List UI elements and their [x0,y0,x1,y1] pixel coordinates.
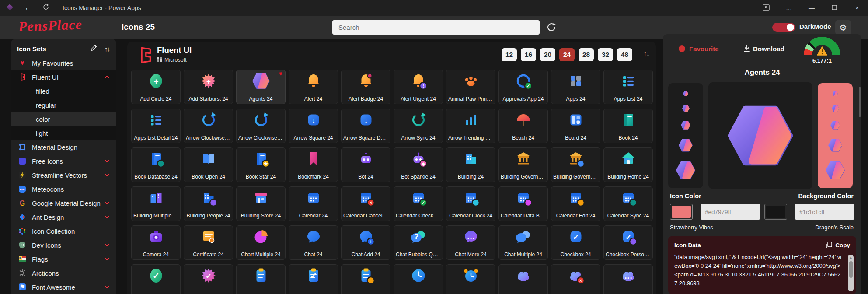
icon-tile-arrow-square-dow-[interactable]: ↓Arrow Square Dow... [341,108,390,143]
icon-tile-board-24[interactable]: Board 24 [551,108,600,143]
edit-sets-icon[interactable] [90,44,98,53]
preview-strip-dark[interactable] [668,83,703,188]
sidebar-item-meteocons[interactable]: amMeteocons [11,182,116,196]
size-button-24[interactable]: 24 [559,48,575,61]
favourite-button[interactable]: Favourite [689,45,719,52]
icon-tile-row6-52[interactable] [236,264,286,294]
icon-tile-certificate-24[interactable]: Certificate 24 [184,225,233,260]
maximize-button[interactable] [830,4,839,11]
sidebar-item-light[interactable]: light [11,126,116,140]
size-button-32[interactable]: 32 [598,48,613,61]
sidebar-item-font-awesome[interactable]: Font Awesome [11,280,116,294]
icon-tile-chart-multiple-24[interactable]: Chart Multiple 24 [236,225,286,260]
icon-tile-row6-55[interactable] [394,264,443,294]
icon-tile-arrow-sync-24[interactable]: Arrow Sync 24 [394,108,443,143]
icon-tile-calendar-data-bar-[interactable]: Calendar Data Bar ... [498,186,548,221]
minimize-button[interactable]: — [807,4,816,11]
sidebar-item-arcticons[interactable]: Arcticons [11,266,116,280]
scroll-thumb[interactable] [849,261,853,278]
icon-tile-alert-urgent-24[interactable]: !Alert Urgent 24 [394,70,443,104]
darkmode-toggle[interactable] [772,23,795,32]
icon-color-input[interactable] [701,204,760,220]
sidebar-item-material-design[interactable]: Material Design [11,140,116,154]
sort-sets-icon[interactable]: ↑↓ [105,45,109,52]
sidebar-item-streamline-vectors[interactable]: Streamline Vectors [11,168,116,182]
sidebar-item-filled[interactable]: filled [11,84,116,98]
icon-tile-book-database-24[interactable]: Book Database 24 [131,147,181,182]
icon-tile-calendar-24[interactable]: Calendar 24 [289,186,338,221]
icon-data-code[interactable]: "data:image/svg+xml," & EncodeUrl("<svg … [674,253,842,292]
icon-tile-building-governme-[interactable]: Building Governme... [551,147,600,182]
sidebar-item-google-material-design[interactable]: GGoogle Material Design [11,196,116,210]
download-button[interactable]: Download [753,45,784,52]
icon-tile-approvals-app-24[interactable]: ✓Approvals App 24 [498,70,548,104]
icon-tile-bot-24[interactable]: Bot 24 [341,147,390,182]
chevron-down-icon[interactable] [105,172,109,177]
icon-tile-chat-more-24[interactable]: …Chat More 24 [446,225,495,260]
icon-tile-building-store-24[interactable]: Building Store 24 [236,186,286,221]
icon-tile-add-starburst-24[interactable]: +Add Starburst 24 [184,70,233,104]
icon-tile-add-circle-24[interactable]: +Add Circle 24 [131,70,181,104]
icon-tile-alert-24[interactable]: Alert 24 [289,70,338,104]
sidebar-item-regular[interactable]: regular [11,98,116,112]
icon-tile-row6-58[interactable]: × [551,264,600,294]
sidebar-item-color[interactable]: color [11,112,116,126]
chevron-down-icon[interactable] [105,214,109,219]
more-options-icon[interactable]: … [784,4,794,11]
icon-tile-chat-add-24[interactable]: +Chat Add 24 [341,225,390,260]
sidebar-item-icon-collection[interactable]: Icon Collection [11,224,116,238]
icon-tile-row6-54[interactable] [341,264,390,294]
icon-tile-apps-list-24[interactable]: Apps List 24 [603,70,653,104]
icon-tile-row6-51[interactable]: ✓ [184,264,233,294]
fit-window-icon[interactable] [761,4,771,12]
back-icon[interactable]: ← [23,4,33,12]
icon-tile-calendar-edit-24[interactable]: Calendar Edit 24 [551,186,600,221]
icon-tile-alert-badge-24[interactable]: Alert Badge 24 [341,70,390,104]
size-button-20[interactable]: 20 [540,48,555,61]
icon-tile-book-star-24[interactable]: ★Book Star 24 [236,147,286,182]
icon-tile-bookmark-24[interactable]: Bookmark 24 [289,147,338,182]
sidebar-item-fluent-ui[interactable]: Fluent UI [11,70,116,84]
icon-tile-chat-bubbles-ques-[interactable]: ?Chat Bubbles Ques... [394,225,443,260]
icon-tile-checkbox-24[interactable]: ✓Checkbox 24 [551,225,600,260]
favourite-dot-icon[interactable] [679,46,685,52]
icon-tile-building-24[interactable]: Building 24 [446,147,495,182]
icon-tile-bot-sparkle-24[interactable]: ◆Bot Sparkle 24 [394,147,443,182]
chevron-up-icon[interactable] [105,76,109,80]
background-color-input[interactable] [795,204,854,220]
icon-tile-beach-24[interactable]: Beach 24 [498,108,548,143]
icon-tile-calendar-checkma-[interactable]: ✓Calendar Checkma... [394,186,443,221]
refresh-icon[interactable] [42,4,49,12]
icon-tile-apps-list-detail-24[interactable]: Apps List Detail 24 [131,108,181,143]
sidebar-item-dev-icons[interactable]: Dev Icons [11,238,116,252]
close-button[interactable]: × [852,4,862,11]
icon-tile-row6-50[interactable]: ✓ [131,264,181,294]
icon-tile-book-open-24[interactable]: Book Open 24 [184,147,233,182]
chevron-down-icon[interactable] [105,242,109,247]
size-button-12[interactable]: 12 [502,48,517,61]
search-input[interactable] [332,20,540,35]
reload-icons-icon[interactable] [546,21,557,35]
icon-tile-apps-24[interactable]: Apps 24 [551,70,600,104]
chevron-down-icon[interactable] [105,158,109,163]
sidebar-item-flags[interactable]: Flags [11,252,116,266]
panel-scrollbar[interactable] [859,87,861,117]
icon-tile-building-multiple-24[interactable]: Building Multiple 24 [131,186,181,221]
size-button-48[interactable]: 48 [617,48,632,61]
icon-tile-calendar-cancel-24[interactable]: ×Calendar Cancel 24 [341,186,390,221]
size-button-28[interactable]: 28 [579,48,594,61]
scroll-up-icon[interactable]: ▲ [848,256,854,259]
icon-tile-animal-paw-print-24[interactable]: Animal Paw Print 24 [446,70,495,104]
settings-button[interactable]: ⚙ [835,20,851,35]
icon-tile-checkbox-person-24[interactable]: ✓Checkbox Person 24 [603,225,653,260]
icon-tile-calendar-sync-24[interactable]: Calendar Sync 24 [603,186,653,221]
icon-color-swatch[interactable] [670,204,693,220]
copy-button[interactable]: Copy [826,242,850,248]
icon-tile-arrow-trending-lin-[interactable]: Arrow Trending Lin... [446,108,495,143]
sidebar-item-free-icons[interactable]: Free Icons [11,154,116,168]
icon-tile-row6-56[interactable] [446,264,495,294]
icon-tile-arrow-clockwise-d-[interactable]: Arrow Clockwise D... [184,108,233,143]
sidebar-item-my-favourites[interactable]: ♥My Favourites [11,56,116,70]
icon-data-scrollbar[interactable]: ▲ [848,255,854,291]
icon-tile-building-home-24[interactable]: Building Home 24 [603,147,653,182]
